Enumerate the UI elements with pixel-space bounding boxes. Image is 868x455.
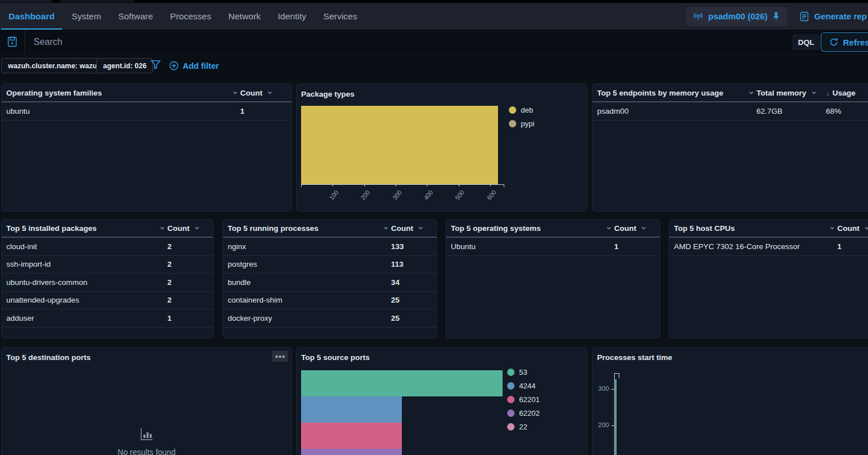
chevron-down-icon[interactable]: [382, 224, 390, 232]
table-header-label[interactable]: Top 5 host CPUs: [674, 224, 735, 233]
table-header-label[interactable]: Top 5 installed packages: [6, 224, 97, 233]
table-header[interactable]: Top 5 host CPUsCount: [669, 220, 868, 238]
add-filter-button[interactable]: Add filter: [169, 58, 219, 73]
source-port-bar[interactable]: [301, 370, 503, 396]
table-header[interactable]: Top 5 running processesCount: [223, 220, 437, 238]
legend-item-62202[interactable]: 62202: [507, 409, 540, 417]
row-name: cloud-init: [6, 242, 167, 251]
legend-item-53[interactable]: 53: [507, 368, 540, 377]
row-name: AMD EPYC 7302 16-Core Processor: [674, 242, 837, 251]
source-ports-chart: [301, 370, 583, 455]
legend-label: 62201: [519, 395, 540, 404]
row-name: ssh-import-id: [6, 260, 167, 268]
tab-identity[interactable]: Identity: [269, 3, 315, 30]
endpoints-header-label[interactable]: Top 5 endpoints by memory usage: [597, 89, 723, 97]
chevron-down-icon[interactable]: [640, 224, 648, 232]
endpoint-usage: 68%: [826, 107, 868, 115]
count-header-label[interactable]: Count: [614, 224, 636, 233]
total-memory-header-label[interactable]: Total memory: [756, 89, 807, 97]
chevron-down-icon[interactable]: [828, 224, 836, 232]
source-port-bar[interactable]: [301, 396, 402, 423]
table-header-label[interactable]: Top 5 operating systems: [451, 224, 541, 233]
bar-chart-icon: [139, 427, 154, 441]
y-axis: [614, 373, 615, 455]
agent-name-label: psadm00 (026): [708, 11, 767, 21]
empty-state: No results found: [2, 427, 291, 455]
series-color-dot: [507, 369, 515, 376]
saved-queries-button[interactable]: [0, 30, 25, 54]
source-port-bar[interactable]: [301, 449, 402, 455]
search-input[interactable]: [26, 30, 785, 54]
agent-selector-badge[interactable]: psadm00 (026): [686, 7, 787, 26]
chevron-down-icon[interactable]: [266, 89, 274, 97]
table-row: ssh-import-id2: [2, 256, 213, 274]
chevron-down-icon[interactable]: [158, 224, 166, 232]
table-row: cloud-init2: [2, 238, 213, 256]
count-header-label[interactable]: Count: [391, 224, 413, 233]
legend-item-pypi[interactable]: pypi: [509, 119, 534, 128]
row-count: 2: [167, 278, 208, 287]
refresh-icon: [829, 38, 838, 47]
row-count: 113: [391, 260, 432, 268]
usage-header-label[interactable]: Usage: [833, 89, 856, 97]
table-row: postgres113: [223, 256, 437, 274]
tab-network[interactable]: Network: [220, 3, 269, 30]
panel-options-button[interactable]: [272, 351, 288, 362]
table-row: adduser1: [2, 309, 213, 328]
chevron-down-icon[interactable]: [863, 224, 868, 232]
tab-software[interactable]: Software: [110, 3, 162, 30]
legend-item-22[interactable]: 22: [507, 423, 540, 431]
query-language-button[interactable]: DQL: [792, 34, 820, 50]
deb-bar[interactable]: [301, 106, 498, 184]
refresh-label: Refresh: [843, 38, 868, 47]
legend-label: 62202: [519, 409, 540, 417]
filter-funnel-icon[interactable]: [150, 59, 161, 72]
row-name: docker-proxy: [228, 314, 391, 322]
chevron-down-icon[interactable]: [417, 224, 425, 232]
panel-running-processes: Top 5 running processesCountnginx133post…: [223, 219, 437, 338]
navbar-right-cluster: psadm00 (026) Generate rep: [686, 3, 868, 30]
tab-dashboard[interactable]: Dashboard: [0, 3, 63, 30]
filter-bar: wazuh.cluster.name: wazuh agent.id: 026 …: [0, 55, 868, 80]
table-header-label[interactable]: Top 5 running processes: [228, 224, 319, 233]
count-header-label[interactable]: Count: [837, 224, 859, 233]
chevron-down-icon[interactable]: [231, 89, 239, 97]
legend-item-62201[interactable]: 62201: [507, 395, 540, 404]
row-name: unattended-upgrades: [6, 296, 167, 304]
table-header[interactable]: Top 5 installed packagesCount: [2, 220, 213, 238]
count-header-label[interactable]: Count: [240, 89, 262, 97]
tab-services[interactable]: Services: [315, 3, 365, 30]
filter-chip-cluster-name[interactable]: wazuh.cluster.name: wazuh: [1, 58, 108, 73]
generate-report-button[interactable]: Generate rep: [800, 11, 867, 22]
os-family-name: ubuntu: [6, 107, 240, 115]
chevron-down-icon[interactable]: [747, 89, 755, 97]
chevron-down-icon[interactable]: [605, 224, 613, 232]
legend-label: deb: [521, 106, 533, 114]
tab-system[interactable]: System: [63, 3, 110, 30]
refresh-button[interactable]: Refresh: [821, 32, 868, 52]
chevron-down-icon[interactable]: [193, 224, 201, 232]
tab-processes[interactable]: Processes: [162, 3, 220, 30]
pin-icon[interactable]: [772, 12, 780, 20]
count-header-label[interactable]: Count: [167, 224, 190, 233]
panel-title: Package types: [297, 84, 587, 102]
source-port-bar[interactable]: [301, 423, 402, 449]
y-axis-tick: [611, 389, 615, 390]
row-count: 34: [391, 278, 432, 287]
chevron-down-icon[interactable]: [810, 89, 818, 97]
os-families-table-header[interactable]: Operating system families Count: [2, 84, 291, 102]
y-tick-label: 300: [598, 385, 609, 392]
table-row: unattended-upgrades2: [2, 292, 213, 310]
endpoint-total-memory: 62.7GB: [756, 107, 826, 115]
series-line[interactable]: [615, 379, 616, 455]
os-families-header-label[interactable]: Operating system families: [6, 89, 102, 97]
series-color-dot: [507, 396, 515, 403]
endpoints-table-header[interactable]: Top 5 endpoints by memory usage Total me…: [593, 84, 868, 102]
panel-installed-packages: Top 5 installed packagesCountcloud-init2…: [1, 219, 213, 338]
legend-item-deb[interactable]: deb: [509, 106, 534, 114]
legend-item-4244[interactable]: 4244: [507, 382, 540, 390]
table-header[interactable]: Top 5 operating systemsCount: [446, 220, 660, 238]
row-count: 1: [167, 314, 208, 322]
filter-chip-agent-id[interactable]: agent.id: 026: [96, 58, 153, 73]
plus-circle-icon: [169, 61, 179, 71]
